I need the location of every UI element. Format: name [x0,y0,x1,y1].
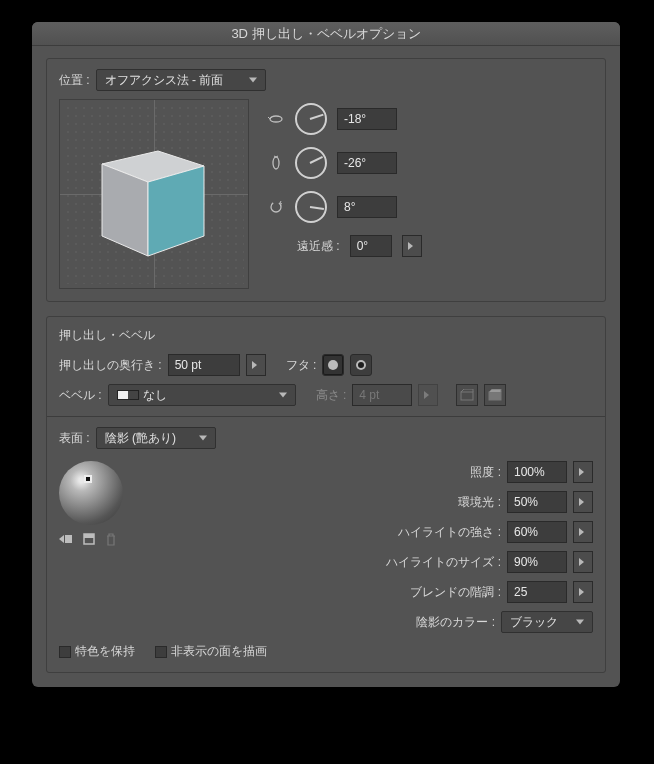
ambient-input[interactable]: 50% [507,491,567,513]
svg-rect-6 [461,392,473,400]
highlight-int-label: ハイライトの強さ : [398,524,501,541]
light-delete-icon [105,533,117,549]
rotation-cube-preview[interactable] [59,99,249,289]
rotate-x-dial[interactable] [295,103,327,135]
surface-select[interactable]: 陰影 (艶あり) [96,427,216,449]
title-bar: 3D 押し出し・ベベルオプション [32,22,620,46]
intensity-stepper[interactable] [573,461,593,483]
cap-on-button[interactable] [322,354,344,376]
rotate-z-dial[interactable] [295,191,327,223]
highlight-size-label: ハイライトのサイズ : [386,554,501,571]
highlight-size-stepper[interactable] [573,551,593,573]
highlight-int-stepper[interactable] [573,521,593,543]
svg-rect-10 [84,534,94,538]
depth-stepper[interactable] [246,354,266,376]
cube-icon [92,136,212,261]
bevel-swatch-icon [117,390,139,400]
bevel-select[interactable]: なし [108,384,296,406]
rotate-z-input[interactable]: 8° [337,196,397,218]
rotate-y-input[interactable]: -26° [337,152,397,174]
position-select[interactable]: オフアクシス法 - 前面 [96,69,266,91]
depth-label: 押し出しの奥行き : [59,357,162,374]
light-handle[interactable] [84,475,92,483]
shade-color-select[interactable]: ブラック [501,611,593,633]
cap-off-button[interactable] [350,354,372,376]
svg-marker-2 [148,166,204,256]
blend-stepper[interactable] [573,581,593,603]
bevel-label: ベベル : [59,387,102,404]
perspective-input[interactable]: 0° [350,235,392,257]
highlight-size-input[interactable]: 90% [507,551,567,573]
rotate-y-icon [267,154,285,172]
shade-color-label: 陰影のカラー : [416,614,495,631]
svg-point-5 [271,202,281,212]
rotate-x-icon [267,110,285,128]
bevel-height-stepper [418,384,438,406]
highlight-int-input[interactable]: 60% [507,521,567,543]
bevel-out-button [484,384,506,406]
blend-input[interactable]: 25 [507,581,567,603]
light-new-icon[interactable] [83,533,95,549]
extrude-section-title: 押し出し・ベベル [59,327,593,344]
svg-rect-7 [489,392,501,400]
intensity-label: 照度 : [470,464,501,481]
position-group: 位置 : オフアクシス法 - 前面 [46,58,606,302]
svg-rect-8 [65,535,72,543]
bevel-in-button [456,384,478,406]
intensity-input[interactable]: 100% [507,461,567,483]
perspective-stepper[interactable] [402,235,422,257]
extrude-bevel-group: 押し出し・ベベル 押し出しの奥行き : 50 pt フタ : ベベル : なし … [46,316,606,673]
surface-label: 表面 : [59,430,90,447]
blend-label: ブレンドの階調 : [410,584,501,601]
rotate-x-input[interactable]: -18° [337,108,397,130]
depth-input[interactable]: 50 pt [168,354,240,376]
rotate-y-dial[interactable] [295,147,327,179]
light-sphere[interactable] [59,461,123,525]
ambient-label: 環境光 : [458,494,501,511]
light-move-back-icon[interactable] [59,533,73,549]
svg-point-4 [273,157,279,169]
preserve-spot-checkbox[interactable]: 特色を保持 [59,643,135,660]
draw-hidden-checkbox[interactable]: 非表示の面を描画 [155,643,267,660]
bevel-height-input: 4 pt [352,384,412,406]
dialog-3d-extrude-bevel: 3D 押し出し・ベベルオプション 位置 : オフアクシス法 - 前面 [32,22,620,687]
position-label: 位置 : [59,72,90,89]
ambient-stepper[interactable] [573,491,593,513]
window-title: 3D 押し出し・ベベルオプション [231,26,420,41]
bevel-height-label: 高さ : [316,387,347,404]
rotate-z-icon [267,198,285,216]
cap-label: フタ : [286,357,317,374]
perspective-label: 遠近感 : [297,238,340,255]
